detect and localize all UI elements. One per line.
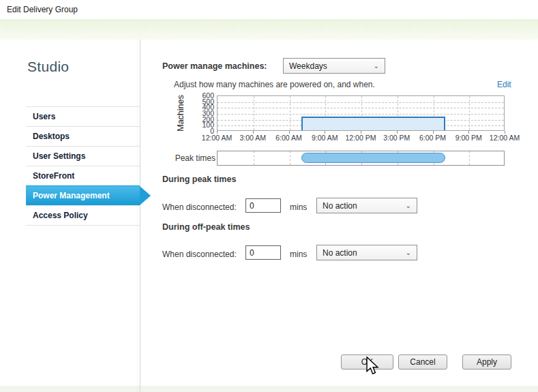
- window-title: Edit Delivery Group: [7, 5, 78, 14]
- sidebar-item-storefront[interactable]: StoreFront: [26, 166, 140, 185]
- edit-link[interactable]: Edit: [497, 80, 511, 89]
- sidebar-item-user-settings[interactable]: User Settings: [26, 146, 140, 166]
- header-band: [0, 19, 538, 40]
- offpeak-disconnect-minutes-input[interactable]: [245, 245, 281, 260]
- peak-period-pill[interactable]: [301, 153, 445, 163]
- chart-region: [301, 117, 445, 130]
- during-off-peak-heading: During off-peak times: [162, 222, 250, 232]
- during-peak-heading: During peak times: [162, 175, 236, 184]
- peak-times-label: Peak times: [164, 153, 215, 163]
- x-tick-label: 3:00 PM: [383, 134, 410, 142]
- peak-when-disconnected-label: When disconnected:: [162, 202, 237, 212]
- x-tick-label: 12:00 AM: [202, 134, 232, 142]
- peak-disconnect-minutes-input[interactable]: [245, 198, 281, 213]
- mouse-cursor-icon: [365, 357, 379, 378]
- sidebar-nav: Users Desktops User Settings StoreFront …: [26, 106, 140, 226]
- x-tick-label: 6:00 PM: [419, 134, 446, 142]
- chevron-down-icon: ⌄: [406, 202, 411, 209]
- x-tick-label: 3:00 AM: [239, 134, 266, 142]
- cancel-button[interactable]: Cancel: [398, 355, 447, 370]
- chart-ylabel: Machines: [176, 89, 185, 137]
- peak-bar: [217, 151, 505, 166]
- sidebar-item-power-management[interactable]: Power Management: [26, 185, 140, 205]
- x-tick-label: 9:00 PM: [455, 134, 482, 142]
- power-manage-label: Power manage machines:: [162, 61, 267, 71]
- sidebar-item-desktops[interactable]: Desktops: [26, 126, 140, 146]
- sidebar-item-access-policy[interactable]: Access Policy: [26, 205, 140, 225]
- sidebar-divider: [140, 40, 140, 392]
- footer-band: [0, 386, 538, 392]
- sidebar-item-users[interactable]: Users: [26, 106, 140, 126]
- x-tick-label: 9:00 AM: [312, 134, 338, 142]
- y-tick-label: 600: [192, 91, 214, 100]
- offpeak-action-select[interactable]: No action ⌄: [316, 245, 417, 260]
- power-schedule-select[interactable]: Weekdays ⌄: [283, 58, 385, 74]
- chevron-down-icon: ⌄: [374, 63, 379, 70]
- peak-action-select[interactable]: No action ⌄: [316, 198, 417, 213]
- peak-action-value: No action: [323, 201, 357, 211]
- chart-area: Machines 010020030040050060012:00 AM3:00…: [217, 95, 505, 131]
- chevron-down-icon: ⌄: [406, 250, 411, 256]
- apply-button[interactable]: Apply: [462, 355, 511, 370]
- offpeak-when-disconnected-label: When disconnected:: [162, 250, 237, 259]
- peak-mins-label: mins: [290, 202, 307, 212]
- chart-plot: [217, 95, 505, 131]
- offpeak-action-value: No action: [323, 248, 357, 258]
- x-tick-label: 6:00 AM: [275, 134, 302, 142]
- x-tick-label: 12:00 PM: [346, 134, 376, 142]
- offpeak-mins-label: mins: [290, 250, 307, 259]
- adjust-hint-text: Adjust how many machines are powered on,…: [174, 80, 375, 89]
- studio-logo: Studio: [27, 59, 69, 75]
- x-tick-label: 12:00 AM: [490, 134, 520, 142]
- power-schedule-value: Weekdays: [289, 61, 327, 71]
